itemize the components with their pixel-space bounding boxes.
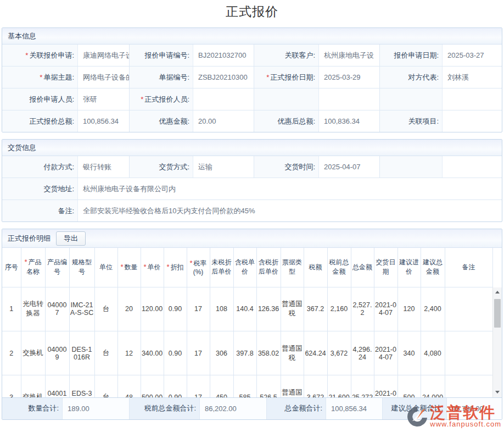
- field-value-doc-no: ZSBJ20210300: [193, 67, 254, 88]
- col-tax-rate: *税率(%): [187, 248, 210, 287]
- required-marker: *: [141, 95, 143, 103]
- total-suggested-label: 建议总金额合计:: [383, 398, 447, 419]
- col-product-name: *产品名称: [21, 248, 45, 287]
- detail-header-row: 序号 *产品名称 产品编号 规格型号 单位 *数量 *单价 *折扣 *税率(%)…: [2, 248, 492, 287]
- totals-row: 数量合计: 189.00 税前总金额合计: 86,202.00 总金额合计: 1…: [2, 397, 502, 419]
- field-value-empty: [443, 156, 502, 178]
- col-delivery-date: 交货日期: [374, 248, 397, 287]
- col-product-no: 产品编号: [45, 248, 69, 287]
- col-seq: 序号: [2, 248, 21, 287]
- field-value-formal-quote-total: 100,856.34: [78, 110, 130, 132]
- field-label-related-project: 关联项目:: [380, 110, 443, 132]
- field-value-quote-request-date: 2025-03-27: [443, 45, 502, 66]
- field-value-quote-request-person: 张研: [78, 88, 130, 110]
- col-price-with-tax: 含税单价: [233, 248, 256, 287]
- scroll-up-icon[interactable]: [493, 288, 502, 297]
- col-unit-price: *单价: [141, 248, 164, 287]
- scrollbar-thumb[interactable]: [494, 299, 501, 328]
- quotation-page: 正式报价 基本信息 *关联报价申请: 康迪网络电子设 报价申请编号: BJ202…: [0, 0, 504, 432]
- col-spec-model: 规格型号: [69, 248, 94, 287]
- field-value-total-after-discount: 100,836.34: [319, 110, 380, 132]
- field-label-empty: [380, 156, 443, 178]
- table-row: 2 交换机 040009 DES-1016R 台 12 340.00 0.90 …: [2, 331, 492, 375]
- col-quantity: *数量: [117, 248, 141, 287]
- detail-table-header: 序号 *产品名称 产品编号 规格型号 单位 *数量 *单价 *折扣 *税率(%)…: [2, 248, 493, 287]
- section-quotation-detail: 正式报价明细 导出 序号 *产品名称 产品编号 规格型号 单位 *数量 *单价 …: [2, 229, 502, 420]
- col-unit: 单位: [94, 248, 117, 287]
- required-marker: *: [120, 263, 123, 271]
- field-value-empty: [319, 88, 380, 110]
- col-suggested-total: 建议总金额: [421, 248, 445, 287]
- delivery-row-1: 付款方式: 银行转账 交货方式: 运输 交货时间: 2025-04-07: [2, 156, 502, 178]
- scroll-down-icon[interactable]: [493, 388, 502, 397]
- required-marker: *: [266, 73, 269, 81]
- field-label-formal-quote-date: *正式报价日期:: [254, 67, 319, 88]
- col-suggested-price: 建议进价: [397, 248, 421, 287]
- col-remark: 备注: [445, 248, 492, 287]
- field-label-delivery-time: 交货时间:: [254, 156, 319, 178]
- vertical-scrollbar[interactable]: [492, 287, 502, 397]
- detail-table-body: 1 光电转换器 040007 IMC-21A-S-SC 台 20 120.00 …: [2, 287, 502, 397]
- field-value-discount-amount: 20.00: [193, 110, 254, 132]
- export-button[interactable]: 导出: [56, 231, 86, 246]
- total-suggested-value: 95,780.00: [447, 398, 502, 419]
- delivery-remark-row: 备注: 全部安装完毕经验收合格后10天内支付合同价款的45%: [2, 200, 502, 221]
- field-value-empty: [443, 88, 502, 110]
- field-value-related-customer: 杭州康地电子设: [319, 45, 380, 66]
- field-label-formal-quote-person: *正式报价人员:: [130, 88, 193, 110]
- detail-section-title: 正式报价明细: [8, 234, 51, 243]
- required-marker: *: [189, 259, 192, 267]
- watermark-url: www.fanpusoft.com: [430, 420, 501, 428]
- section-delivery-info: 交货信息 付款方式: 银行转账 交货方式: 运输 交货时间: 2025-04-0…: [2, 139, 502, 222]
- field-value-payment-method: 银行转账: [78, 156, 130, 178]
- field-value-formal-quote-date: 2025-03-29: [319, 67, 380, 88]
- basic-row-3: 报价申请人员: 张研 *正式报价人员:: [2, 88, 502, 110]
- field-label-remark: 备注:: [2, 200, 78, 221]
- col-tax-amount: 税额: [304, 248, 327, 287]
- field-label-formal-quote-total: 正式报价总额:: [2, 110, 78, 132]
- field-value-related-project: [443, 110, 502, 132]
- total-amount-label: 总金额合计:: [267, 398, 326, 419]
- field-label-quote-request-person: 报价申请人员:: [2, 88, 78, 110]
- basic-info-section-title: 基本信息: [2, 28, 502, 45]
- field-value-delivery-method: 运输: [193, 156, 254, 178]
- section-basic-info: 基本信息 *关联报价申请: 康迪网络电子设 报价申请编号: BJ20210327…: [2, 27, 502, 132]
- field-label-related-customer: 关联客户:: [254, 45, 319, 66]
- field-value-counterpart-rep: 刘林溪: [443, 67, 502, 88]
- total-quantity-value: 189.00: [63, 398, 130, 419]
- field-label-total-after-discount: 优惠后总额:: [254, 110, 319, 132]
- field-value-formal-quote-person: [193, 88, 254, 110]
- field-value-related-quote-request: 康迪网络电子设: [78, 45, 130, 66]
- delivery-address-row: 交货地址: 杭州康地电子设备有限公司内: [2, 178, 502, 200]
- col-pretax-total: 税前总金额: [327, 248, 351, 287]
- col-price-after-discount-tax: 含税折后单价: [256, 248, 281, 287]
- required-marker: *: [40, 73, 42, 81]
- required-marker: *: [143, 263, 146, 271]
- field-label-doc-subject: *单据主题:: [2, 67, 78, 88]
- col-discount: *折扣: [164, 248, 187, 287]
- basic-row-4: 正式报价总额: 100,856.34 优惠金额: 20.00 优惠后总额: 10…: [2, 110, 502, 132]
- field-label-quote-request-no: 报价申请编号:: [130, 45, 193, 66]
- table-row: 1 光电转换器 040007 IMC-21A-S-SC 台 20 120.00 …: [2, 287, 492, 331]
- basic-row-2: *单据主题: 网络电子设备的 单据编号: ZSBJ20210300 *正式报价日…: [2, 66, 502, 88]
- total-amount-value: 100,856.34: [326, 398, 383, 419]
- field-label-quote-request-date: 报价申请日期:: [380, 45, 443, 66]
- field-label-delivery-address: 交货地址:: [2, 178, 78, 200]
- detail-toolbar: 正式报价明细 导出: [2, 229, 502, 248]
- total-pretax-label: 税前总金额合计:: [130, 398, 200, 419]
- delivery-info-section-title: 交货信息: [2, 140, 502, 156]
- col-invoice-type: 票据类型: [281, 248, 304, 287]
- detail-table-rows: 1 光电转换器 040007 IMC-21A-S-SC 台 20 120.00 …: [2, 287, 493, 397]
- field-label-empty: [254, 88, 319, 110]
- field-label-empty: [380, 88, 443, 110]
- total-pretax-value: 86,202.00: [200, 398, 267, 419]
- field-label-discount-amount: 优惠金额:: [130, 110, 193, 132]
- field-value-delivery-time: 2025-04-07: [319, 156, 380, 178]
- field-value-delivery-address: 杭州康地电子设备有限公司内: [78, 178, 502, 200]
- page-title: 正式报价: [0, 0, 504, 27]
- field-value-remark: 全部安装完毕经验收合格后10天内支付合同价款的45%: [78, 200, 502, 221]
- col-total-amount: 总金额: [351, 248, 374, 287]
- field-label-delivery-method: 交货方式:: [130, 156, 193, 178]
- field-value-doc-subject: 网络电子设备的: [78, 67, 130, 88]
- field-label-doc-no: 单据编号:: [130, 67, 193, 88]
